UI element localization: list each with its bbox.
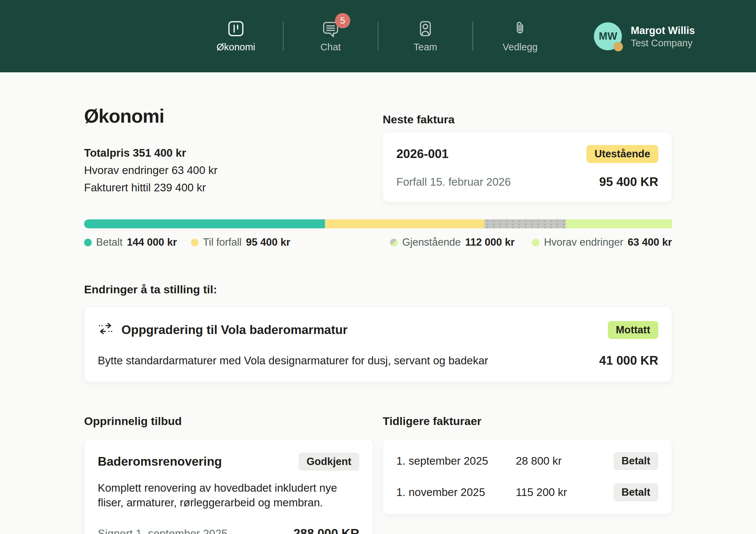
payment-progress: Betalt 144 000 kr Til forfall 95 400 kr … bbox=[84, 219, 672, 248]
invoice-row[interactable]: 1. november 2025 115 200 kr Betalt bbox=[396, 477, 658, 508]
board-icon bbox=[227, 20, 245, 38]
totalpris-line: Totalpris 351 400 kr bbox=[84, 144, 383, 162]
change-description: Bytte standardarmaturer med Vola designa… bbox=[98, 354, 488, 367]
nav-divider bbox=[472, 22, 473, 51]
next-invoice-card[interactable]: 2026-001 Utestående Forfall 15. februar … bbox=[383, 132, 672, 202]
legend-til-forfall: Til forfall 95 400 kr bbox=[191, 236, 290, 248]
invoice-amount: 95 400 KR bbox=[599, 175, 658, 189]
legend-dot-split bbox=[390, 239, 398, 246]
nav-item-team[interactable]: Team bbox=[395, 20, 456, 53]
nav-divider bbox=[378, 22, 378, 51]
hvorav-endringer-line: Hvorav endringer 63 400 kr bbox=[84, 162, 383, 179]
chat-notification-badge: 5 bbox=[335, 13, 350, 28]
bar-segment-gjenstaende bbox=[484, 219, 566, 228]
user-company: Test Company bbox=[631, 38, 695, 49]
offer-description: Komplett renovering av hovedbadet inklud… bbox=[98, 481, 359, 510]
offer-heading: Opprinnelig tilbud bbox=[84, 415, 383, 428]
legend-gjenstaende: Gjenstående 112 000 kr bbox=[390, 236, 514, 248]
economy-summary: Økonomi Totalpris 351 400 kr Hvorav endr… bbox=[84, 72, 383, 202]
avatar-initials: MW bbox=[599, 30, 617, 42]
swap-arrows-icon bbox=[98, 322, 113, 338]
nav-label: Vedlegg bbox=[503, 42, 538, 53]
offer-title: Baderomsrenovering bbox=[98, 455, 222, 469]
main-nav: Økonomi 5 Chat Team bbox=[206, 0, 550, 72]
status-badge-utestaende: Utestående bbox=[587, 145, 658, 163]
invoice-date: 1. november 2025 bbox=[396, 486, 516, 499]
invoice-due-date: Forfall 15. februar 2026 bbox=[396, 176, 511, 188]
change-amount: 41 000 KR bbox=[599, 354, 658, 368]
offer-amount: 288 000 KR bbox=[294, 527, 359, 534]
bar-segment-til-forfall bbox=[325, 219, 484, 228]
nav-item-vedlegg[interactable]: Vedlegg bbox=[490, 20, 550, 53]
page-title: Økonomi bbox=[84, 105, 383, 127]
nav-item-chat[interactable]: 5 Chat bbox=[300, 20, 361, 53]
status-badge-betalt: Betalt bbox=[614, 483, 658, 501]
next-invoice-heading: Neste faktura bbox=[383, 113, 672, 126]
nav-label: Chat bbox=[320, 42, 341, 53]
nav-label: Team bbox=[414, 42, 437, 53]
changes-heading: Endringer å ta stilling til: bbox=[84, 283, 672, 296]
status-badge-godkjent: Godkjent bbox=[299, 453, 359, 471]
invoice-amount: 28 800 kr bbox=[516, 455, 614, 467]
main-content: Økonomi Totalpris 351 400 kr Hvorav endr… bbox=[84, 72, 672, 534]
paperclip-icon bbox=[512, 20, 528, 38]
invoice-number: 2026-001 bbox=[396, 147, 448, 161]
avatar: MW bbox=[594, 22, 622, 50]
status-badge-betalt: Betalt bbox=[614, 452, 658, 470]
nav-divider bbox=[283, 22, 284, 51]
fakturert-hittil-line: Fakturert hittil 239 400 kr bbox=[84, 179, 383, 196]
legend-hvorav-endringer: Hvorav endringer 63 400 kr bbox=[532, 236, 672, 248]
avatar-status-dot bbox=[614, 42, 623, 51]
user-name: Margot Willis bbox=[631, 24, 695, 38]
nav-label: Økonomi bbox=[217, 42, 255, 53]
account-menu[interactable]: MW Margot Willis Test Company bbox=[594, 22, 695, 50]
chat-icon: 5 bbox=[322, 20, 340, 38]
invoice-date: 1. september 2025 bbox=[396, 455, 516, 467]
legend-dot-teal bbox=[84, 239, 92, 246]
nav-item-okonomi[interactable]: Økonomi bbox=[206, 20, 266, 53]
legend-betalt: Betalt 144 000 kr bbox=[84, 236, 177, 248]
change-order-card[interactable]: Oppgradering til Vola baderomarmatur Mot… bbox=[84, 307, 672, 382]
offer-signed-date: Signert 1. september 2025 bbox=[98, 527, 228, 534]
team-icon bbox=[417, 20, 434, 38]
original-offer-card[interactable]: Baderomsrenovering Godkjent Komplett ren… bbox=[84, 439, 373, 534]
invoice-amount: 115 200 kr bbox=[516, 486, 614, 499]
bar-segment-hvorav-endringer bbox=[566, 219, 672, 228]
invoice-row[interactable]: 1. september 2025 28 800 kr Betalt bbox=[396, 445, 658, 477]
progress-legend: Betalt 144 000 kr Til forfall 95 400 kr … bbox=[84, 236, 672, 248]
change-title: Oppgradering til Vola baderomarmatur bbox=[121, 323, 348, 337]
previous-invoices-card: 1. september 2025 28 800 kr Betalt 1. no… bbox=[383, 439, 672, 514]
previous-invoices-heading: Tidligere fakturaer bbox=[383, 415, 672, 428]
app-header: Økonomi 5 Chat Team bbox=[0, 0, 756, 72]
legend-dot-lime bbox=[532, 239, 539, 246]
legend-dot-yellow bbox=[191, 239, 199, 246]
bar-segment-betalt bbox=[84, 219, 325, 228]
payment-progress-bar bbox=[84, 219, 672, 228]
status-badge-mottatt: Mottatt bbox=[608, 321, 658, 339]
